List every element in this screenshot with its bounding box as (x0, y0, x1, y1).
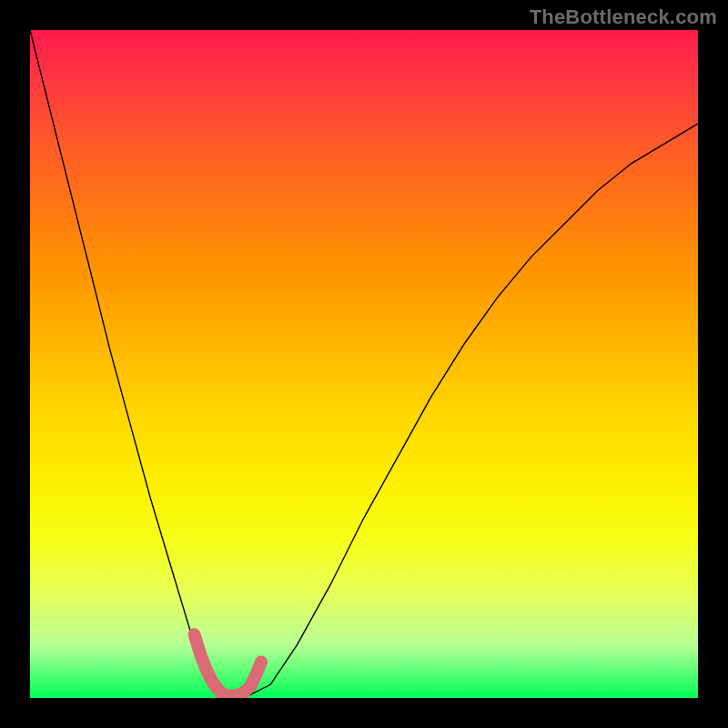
curve-svg (30, 30, 698, 698)
plot-area (30, 30, 698, 698)
watermark-text: TheBottleneck.com (530, 5, 717, 29)
bottleneck-curve (30, 30, 698, 698)
valley-marker (195, 634, 261, 696)
chart-frame: TheBottleneck.com (0, 0, 728, 728)
